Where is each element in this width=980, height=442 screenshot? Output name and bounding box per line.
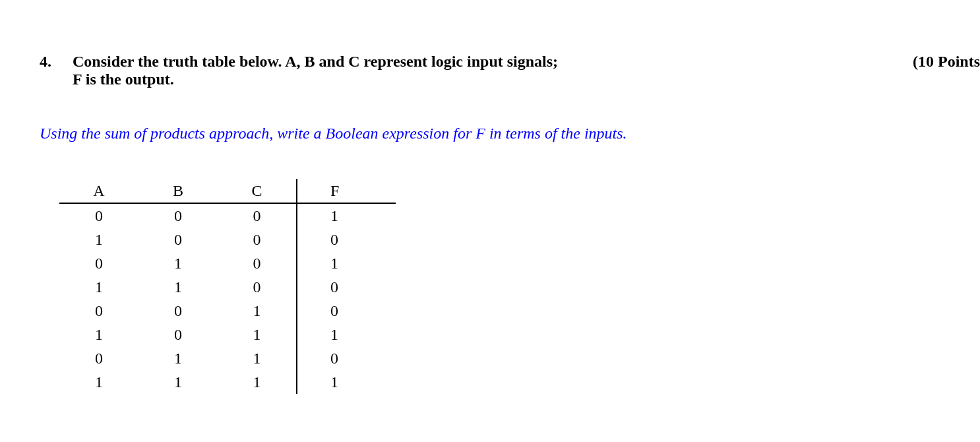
- col-header-a: A: [59, 179, 138, 203]
- cell-c: 1: [218, 346, 297, 370]
- table-row: 0 0 1 0: [59, 299, 396, 323]
- cell-c: 1: [218, 299, 297, 323]
- table-row: 0 1 1 0: [59, 346, 396, 370]
- question-text-line1: Consider the truth table below. A, B and…: [73, 53, 558, 71]
- cell-f: 0: [297, 275, 396, 299]
- cell-f: 0: [297, 299, 396, 323]
- table-row: 1 0 1 1: [59, 323, 396, 346]
- cell-b: 0: [138, 203, 218, 228]
- cell-b: 0: [138, 323, 218, 346]
- cell-c: 0: [218, 203, 297, 228]
- cell-c: 1: [218, 370, 297, 394]
- points-label: (10 Points: [913, 53, 980, 71]
- table-header-row: A B C F: [59, 179, 396, 203]
- instruction-text: Using the sum of products approach, writ…: [40, 125, 980, 142]
- cell-a: 1: [59, 370, 138, 394]
- truth-table: A B C F 0 0 0 1 1 0 0 0 0 1 0 1 1 1 0 0: [59, 179, 396, 394]
- table-row: 0 1 0 1: [59, 251, 396, 275]
- cell-b: 1: [138, 251, 218, 275]
- cell-f: 1: [297, 203, 396, 228]
- cell-c: 0: [218, 228, 297, 251]
- table-row: 1 1 0 0: [59, 275, 396, 299]
- cell-f: 0: [297, 346, 396, 370]
- cell-b: 0: [138, 228, 218, 251]
- col-header-b: B: [138, 179, 218, 203]
- cell-f: 1: [297, 370, 396, 394]
- question-text: Consider the truth table below. A, B and…: [73, 53, 558, 88]
- col-header-f: F: [297, 179, 396, 203]
- cell-f: 1: [297, 323, 396, 346]
- cell-b: 1: [138, 370, 218, 394]
- question-header: 4. Consider the truth table below. A, B …: [40, 53, 980, 88]
- cell-a: 1: [59, 275, 138, 299]
- cell-f: 1: [297, 251, 396, 275]
- question-text-line2: F is the output.: [73, 71, 558, 88]
- col-header-c: C: [218, 179, 297, 203]
- cell-c: 1: [218, 323, 297, 346]
- cell-a: 0: [59, 346, 138, 370]
- question-block: 4. Consider the truth table below. A, B …: [40, 53, 558, 88]
- cell-a: 0: [59, 203, 138, 228]
- cell-a: 1: [59, 323, 138, 346]
- cell-a: 0: [59, 299, 138, 323]
- table-row: 1 1 1 1: [59, 370, 396, 394]
- table-row: 0 0 0 1: [59, 203, 396, 228]
- cell-b: 1: [138, 275, 218, 299]
- table-row: 1 0 0 0: [59, 228, 396, 251]
- cell-c: 0: [218, 275, 297, 299]
- cell-c: 0: [218, 251, 297, 275]
- cell-b: 0: [138, 299, 218, 323]
- question-number: 4.: [40, 53, 73, 71]
- cell-a: 0: [59, 251, 138, 275]
- cell-a: 1: [59, 228, 138, 251]
- cell-b: 1: [138, 346, 218, 370]
- cell-f: 0: [297, 228, 396, 251]
